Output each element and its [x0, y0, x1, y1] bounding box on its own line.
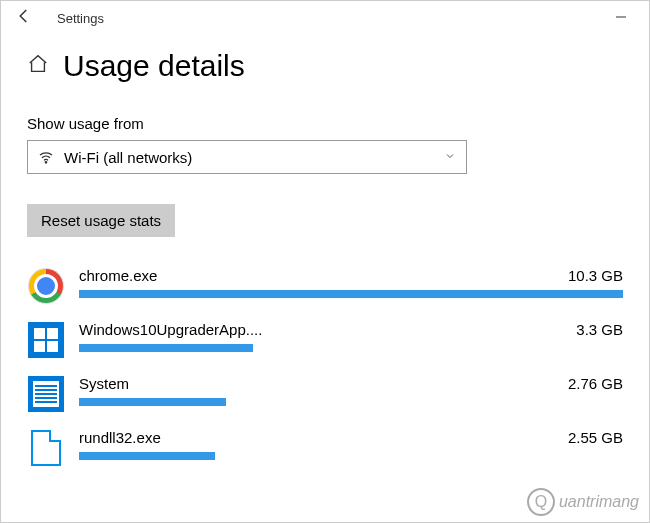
- app-name: Windows10UpgraderApp....: [79, 321, 262, 338]
- app-usage: 10.3 GB: [568, 267, 623, 284]
- minimize-button[interactable]: [601, 9, 641, 27]
- dropdown-value: Wi-Fi (all networks): [64, 149, 434, 166]
- chrome-icon: [27, 267, 65, 305]
- app-info: System2.76 GB: [79, 375, 623, 406]
- app-row: Windows10UpgraderApp....3.3 GB: [27, 321, 623, 359]
- app-info: chrome.exe10.3 GB: [79, 267, 623, 298]
- watermark: Q uantrimang: [527, 488, 639, 516]
- app-name: chrome.exe: [79, 267, 157, 284]
- app-row: rundll32.exe2.55 GB: [27, 429, 623, 467]
- filter-label: Show usage from: [27, 115, 623, 132]
- usage-bar: [79, 344, 253, 352]
- app-info: Windows10UpgraderApp....3.3 GB: [79, 321, 623, 352]
- window-title: Settings: [57, 11, 104, 26]
- page-title: Usage details: [63, 49, 245, 83]
- wifi-icon: [38, 149, 54, 165]
- chevron-down-icon: [444, 150, 456, 165]
- app-name: System: [79, 375, 129, 392]
- usage-bar: [79, 398, 226, 406]
- usage-bar: [79, 452, 215, 460]
- back-button[interactable]: [9, 7, 39, 29]
- app-usage: 3.3 GB: [576, 321, 623, 338]
- reset-usage-button[interactable]: Reset usage stats: [27, 204, 175, 237]
- app-list: chrome.exe10.3 GBWindows10UpgraderApp...…: [27, 267, 623, 467]
- usage-source-dropdown[interactable]: Wi-Fi (all networks): [27, 140, 467, 174]
- app-usage: 2.76 GB: [568, 375, 623, 392]
- home-icon[interactable]: [27, 53, 49, 79]
- svg-point-1: [45, 162, 46, 163]
- windows-icon: [27, 321, 65, 359]
- app-name: rundll32.exe: [79, 429, 161, 446]
- usage-bar: [79, 290, 623, 298]
- file-icon: [27, 429, 65, 467]
- app-info: rundll32.exe2.55 GB: [79, 429, 623, 460]
- app-row: System2.76 GB: [27, 375, 623, 413]
- app-row: chrome.exe10.3 GB: [27, 267, 623, 305]
- app-usage: 2.55 GB: [568, 429, 623, 446]
- system-icon: [27, 375, 65, 413]
